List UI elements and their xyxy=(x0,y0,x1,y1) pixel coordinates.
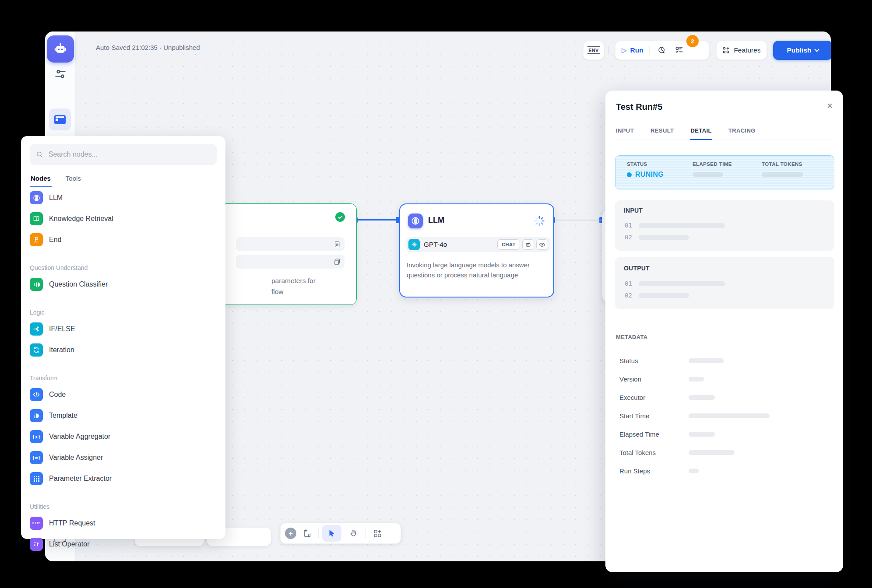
node-item-if-else[interactable]: IF/ELSE xyxy=(30,318,217,340)
elapsed-skeleton xyxy=(693,172,723,177)
search-box[interactable] xyxy=(30,144,217,165)
llm-node-title: LLM xyxy=(428,216,444,225)
canvas-control-toolbar: + xyxy=(280,523,401,544)
divider xyxy=(608,46,608,54)
node-search-panel: Nodes Tools LLM Knowledge Retrieval End … xyxy=(21,136,225,539)
classifier-icon xyxy=(30,278,43,291)
start-node-description: parameters for flow xyxy=(271,275,355,297)
running-spinner-icon xyxy=(533,215,545,229)
panel-tabs: Nodes Tools xyxy=(30,171,217,187)
search-input[interactable] xyxy=(48,150,211,159)
output-row: 02 xyxy=(625,292,689,299)
elapsed-label: ELAPSED TIME xyxy=(693,161,762,167)
node-item-variable-aggregator[interactable]: {x} Variable Aggregator xyxy=(30,426,217,447)
section-question-understand: Question Understand xyxy=(30,250,217,274)
node-item-code[interactable]: Code xyxy=(30,384,217,405)
running-dot-icon xyxy=(627,172,632,177)
metadata-row-status: Status xyxy=(619,351,833,370)
start-node-field[interactable] xyxy=(236,237,345,251)
pointer-tool-button[interactable] xyxy=(322,525,341,542)
llm-icon xyxy=(30,191,43,204)
input-row: 01 xyxy=(625,222,725,229)
branch-icon xyxy=(30,322,43,336)
close-icon[interactable]: × xyxy=(827,101,833,111)
http-icon: HTTP xyxy=(30,517,43,530)
model-selector[interactable]: ✳ GPT-4o CHAT xyxy=(406,237,550,252)
organize-layout-button[interactable] xyxy=(369,525,386,542)
node-item-iteration[interactable]: Iteration xyxy=(30,340,217,360)
output-row: 01 xyxy=(625,280,725,287)
publish-button[interactable]: Publish xyxy=(773,41,831,60)
output-title: OUTPUT xyxy=(624,265,650,272)
tab-tools[interactable]: Tools xyxy=(65,171,82,187)
node-item-parameter-extractor[interactable]: Parameter Extractor xyxy=(30,468,217,489)
panel-title: Test Run#5 xyxy=(616,102,662,112)
metadata-row-start-time: Start Time xyxy=(619,406,833,425)
tab-tracing[interactable]: TRACING xyxy=(728,123,756,140)
llm-node-description: Invoking large language models to answer… xyxy=(407,260,548,280)
run-tabs: INPUT RESULT DETAIL TRACING xyxy=(616,123,832,140)
edge-llm-end xyxy=(555,220,601,220)
hand-tool-button[interactable] xyxy=(345,525,362,542)
start-node[interactable]: parameters for flow xyxy=(211,203,357,305)
node-item-end[interactable]: End xyxy=(30,229,217,250)
add-node-button[interactable]: + xyxy=(285,528,296,539)
edge-start-llm xyxy=(358,219,397,220)
tab-result[interactable]: RESULT xyxy=(650,123,674,140)
env-button[interactable]: ENV xyxy=(583,41,604,60)
section-transform: Transform xyxy=(30,360,217,384)
tab-detail[interactable]: DETAIL xyxy=(690,123,711,140)
list-filter-icon xyxy=(30,538,43,551)
tokens-label: TOTAL TOKENS xyxy=(762,161,803,167)
assigner-icon: {=} xyxy=(30,451,43,464)
node-item-question-classifier[interactable]: Question Classifier xyxy=(30,274,217,295)
run-history-button[interactable] xyxy=(655,46,668,55)
section-logic: Logic xyxy=(30,295,217,318)
metadata-list: Status Version Executor Start Time Elaps… xyxy=(619,351,833,480)
llm-icon xyxy=(408,214,423,228)
tokens-skeleton xyxy=(762,172,803,177)
status-label: STATUS xyxy=(627,161,693,167)
sliders-icon[interactable] xyxy=(54,68,67,82)
status-value: RUNING xyxy=(627,171,693,178)
agent-icon xyxy=(522,239,534,250)
play-icon: ▷ xyxy=(622,46,627,54)
extractor-icon xyxy=(30,472,43,485)
node-item-knowledge-retrieval[interactable]: Knowledge Retrieval xyxy=(30,208,217,229)
input-row: 02 xyxy=(625,234,689,241)
features-button[interactable]: Features xyxy=(716,41,767,60)
chevron-down-icon xyxy=(815,47,819,52)
window-icon xyxy=(54,115,66,124)
node-item-http-request[interactable]: HTTP HTTP Request xyxy=(30,513,217,534)
checklist-button[interactable] xyxy=(672,46,687,55)
book-icon xyxy=(30,212,43,225)
run-button[interactable]: ▷ Run xyxy=(622,46,643,54)
success-check-icon xyxy=(335,212,345,222)
divider xyxy=(318,528,319,538)
node-item-template[interactable]: Template xyxy=(30,405,217,426)
tab-input[interactable]: INPUT xyxy=(616,123,634,140)
vision-eye-icon xyxy=(536,239,548,250)
app-avatar[interactable] xyxy=(47,35,74,63)
status-card: STATUS RUNING ELAPSED TIME TOTAL TOKENS xyxy=(615,155,834,189)
node-item-variable-assigner[interactable]: {=} Variable Assigner xyxy=(30,447,217,468)
start-node-field[interactable] xyxy=(236,255,345,269)
section-utilities: Utilities xyxy=(30,489,217,513)
checklist-count-badge[interactable]: 2 xyxy=(686,35,699,47)
divider xyxy=(365,528,366,538)
input-title: INPUT xyxy=(624,207,643,214)
workflow-panel-button[interactable] xyxy=(49,108,71,130)
node-item-llm[interactable]: LLM xyxy=(30,187,217,208)
features-icon xyxy=(722,46,730,54)
autosave-status: Auto-Saved 21:02:35 · Unpublished xyxy=(96,44,200,51)
model-name: GPT-4o xyxy=(424,241,447,248)
openai-icon: ✳ xyxy=(408,239,420,250)
env-icon: ENV xyxy=(587,46,600,54)
tab-nodes[interactable]: Nodes xyxy=(30,171,52,187)
aggregator-icon: {x} xyxy=(30,430,43,443)
node-item-list-operator[interactable]: List Operator xyxy=(30,534,217,555)
add-note-button[interactable] xyxy=(300,526,315,541)
llm-node[interactable]: LLM xyxy=(399,203,554,298)
metadata-title: METADATA xyxy=(616,334,647,340)
template-icon xyxy=(30,409,43,422)
